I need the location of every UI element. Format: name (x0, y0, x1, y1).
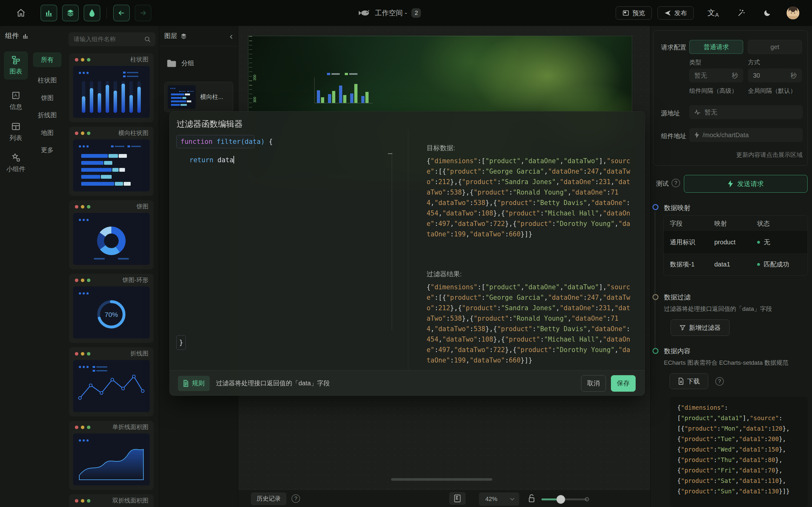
chart-mode-button[interactable] (41, 5, 57, 21)
language-button[interactable]: 文A (708, 8, 719, 18)
layers-mode-button[interactable] (62, 5, 79, 21)
sidebar-item-widgets[interactable]: 小组件 (4, 149, 28, 177)
request-panel: 请求配置 普通请求 get 类型 方式 暂无 秒 30 秒 组件间隔（高级） 全… (650, 26, 812, 507)
download-help-icon[interactable]: ? (715, 377, 724, 386)
category-all[interactable]: 所有 (33, 52, 61, 67)
global-interval-input[interactable]: 30 秒 (748, 68, 802, 82)
table-icon (11, 122, 20, 131)
category-pie[interactable]: 饼图 (33, 91, 61, 106)
type-label: 类型 (689, 58, 701, 66)
green-dot-icon (87, 352, 90, 355)
card-header: 折线图 (69, 347, 154, 360)
horizontal-scrollbar[interactable] (391, 478, 492, 481)
category-bar[interactable]: 柱状图 (33, 73, 61, 88)
component-card-area[interactable]: 单折线面积图 (69, 421, 154, 490)
card-title: 饼图 (136, 203, 148, 211)
ring-chart-thumbnail: 70% (73, 286, 150, 338)
pie-chart-thumbnail (73, 213, 150, 265)
publish-label: 发布 (674, 9, 687, 17)
component-card-double-area[interactable]: 双折线面积图 (69, 494, 154, 507)
redo-button[interactable] (135, 5, 151, 21)
component-url-input[interactable]: /mock/chartData (689, 128, 803, 142)
filter-result-label: 过滤器结果: (426, 270, 462, 279)
undo-button[interactable] (113, 5, 130, 21)
zoom-slider-thumb[interactable] (556, 495, 565, 504)
seconds-unit: 秒 (732, 71, 738, 80)
green-dot-icon (87, 205, 90, 209)
code-close-brace: } (179, 339, 183, 346)
status-cell: 无 (764, 238, 770, 246)
rule-doc-icon (183, 380, 189, 387)
request-method-chip[interactable]: get (748, 40, 802, 54)
category-line[interactable]: 折线图 (33, 108, 61, 123)
red-dot-icon (75, 426, 78, 429)
publish-button[interactable]: 发布 (658, 6, 694, 20)
topbar-actions: 预览 发布 文A (616, 0, 812, 26)
sidebar-item-label: 图表 (9, 67, 22, 76)
layer-thumbnail (168, 85, 196, 109)
component-search-input[interactable] (73, 36, 144, 43)
cancel-button[interactable]: 取消 (581, 375, 606, 392)
component-card-hbar[interactable]: 横向柱状图 (69, 127, 154, 196)
save-button[interactable]: 保存 (611, 375, 636, 392)
request-type-chip[interactable]: 普通请求 (689, 40, 743, 54)
add-filter-button[interactable]: 新增过滤器 (670, 320, 729, 336)
filter-rule-desc: 过滤器将处理接口返回值的「data」字段 (216, 379, 330, 388)
statusbar: 历史记录 ? 42% (238, 490, 650, 507)
layer-item-hbar[interactable]: 横向柱... (164, 82, 233, 112)
components-chart-icon (22, 32, 29, 39)
table-row[interactable]: 通用标识 product 无 (664, 231, 808, 253)
card-header: 柱状图 (69, 53, 154, 66)
card-title: 横向柱状图 (118, 129, 148, 137)
magic-button[interactable] (737, 9, 745, 17)
avatar[interactable] (786, 7, 799, 19)
green-dot-icon (87, 279, 90, 282)
theme-drop-button[interactable] (84, 5, 100, 21)
sidebar-item-list[interactable]: 列表 (4, 118, 28, 146)
status-dot-icon (757, 263, 760, 266)
preview-button[interactable]: 预览 (616, 6, 652, 20)
collapse-panel-icon[interactable]: ‹ (230, 32, 233, 41)
home-button[interactable] (13, 5, 29, 21)
code-keyword: function (181, 138, 212, 146)
component-card-line[interactable]: 折线图 (69, 347, 154, 416)
category-map[interactable]: 地图 (33, 125, 61, 140)
code-editor-close-brace[interactable]: } (176, 335, 186, 350)
panel-toggle-button[interactable] (449, 492, 466, 505)
code-editor-line-2[interactable]: return data (189, 156, 234, 164)
chevron-down-icon (510, 498, 515, 501)
dark-mode-button[interactable] (763, 9, 771, 17)
component-card-ring[interactable]: 饼图-环形 70% (69, 274, 154, 343)
timeline-connector (655, 211, 655, 349)
components-panel-title: 组件 (5, 31, 29, 41)
area-chart-thumbnail (73, 434, 150, 486)
test-label: 测试 (656, 179, 669, 188)
sidebar-item-info[interactable]: A 信息 (4, 87, 28, 115)
data-content-json[interactable]: {"dimensions": ["product","data1"],"sour… (670, 397, 808, 507)
test-help-icon[interactable]: ? (671, 179, 680, 187)
component-card-bar[interactable]: 柱状图 (69, 53, 154, 122)
component-interval-input[interactable]: 暂无 秒 (689, 68, 743, 82)
history-button[interactable]: 历史记录 (251, 493, 287, 505)
category-more[interactable]: 更多 (33, 143, 61, 158)
sidebar-item-charts[interactable]: 图表 (4, 51, 28, 79)
layer-group-item[interactable]: 分组 (164, 56, 197, 70)
help-icon[interactable]: ? (292, 494, 300, 503)
source-url-input[interactable]: 暂无 (689, 105, 803, 119)
red-dot-icon (75, 58, 78, 61)
panel-icon (454, 494, 461, 503)
modal-footer: 规则 过滤器将处理接口返回值的「data」字段 取消 保存 (170, 370, 645, 396)
zoom-level-select[interactable]: 42% (479, 493, 519, 506)
svg-text:A: A (14, 93, 17, 98)
zoom-slider-end-stop (585, 497, 589, 501)
card-header: 饼图-环形 (69, 274, 154, 286)
lock-icon[interactable] (527, 494, 536, 503)
water-drop-icon (88, 9, 96, 17)
layers-panel-title: 图层 (164, 32, 177, 40)
download-button[interactable]: 下载 (670, 373, 708, 389)
filter-editor-modal: 过滤器函数编辑器 function filter(data) { return … (169, 111, 645, 396)
code-editor-line-1[interactable]: function filter(data) { (176, 135, 254, 148)
component-card-pie[interactable]: 饼图 (69, 200, 154, 269)
send-request-button[interactable]: 发送请求 (684, 175, 808, 193)
table-row[interactable]: 数据项-1 data1 匹配成功 (664, 253, 808, 275)
